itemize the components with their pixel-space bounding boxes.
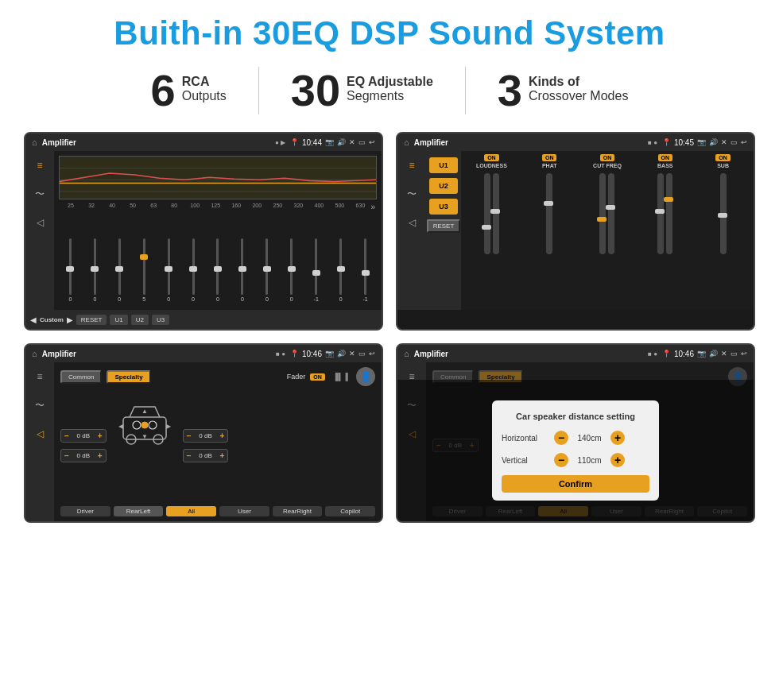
sliders-row: 0 0 0 5 0 0 0 0 0 0 -1 0 -1: [59, 214, 377, 305]
eq-slider-12[interactable]: 0: [329, 238, 352, 302]
db2-minus-btn[interactable]: −: [64, 451, 69, 460]
home-icon[interactable]: ⌂: [32, 137, 37, 147]
right-db-controls: − 0 dB + − 0 dB +: [183, 391, 229, 500]
wave-icon-3[interactable]: 〜: [30, 397, 49, 413]
bass-slider-g[interactable]: [666, 173, 672, 254]
eq-slider-6[interactable]: 0: [182, 238, 205, 302]
screen-eq: ⌂ Amplifier ● ▶ 📍 10:44 📷 🔊 ✕ ▭ ↩ ≡ 〜 ◁: [24, 132, 383, 331]
freq-200: 200: [246, 203, 267, 211]
svg-text:▲: ▲: [141, 408, 148, 415]
eq-slider-8[interactable]: 0: [231, 238, 254, 302]
home-icon-2[interactable]: ⌂: [404, 137, 409, 147]
eq-icon-2[interactable]: ≡: [402, 157, 421, 173]
back-icon-2[interactable]: ↩: [741, 138, 747, 146]
car-svg: ▲ ▼ ◀ ▶: [117, 397, 172, 449]
screen4-time: 10:46: [674, 350, 694, 358]
all-btn[interactable]: All: [166, 506, 216, 516]
svg-point-7: [149, 421, 157, 429]
driver-btn[interactable]: Driver: [60, 506, 110, 516]
bass-slider-f[interactable]: [657, 173, 664, 254]
db2-plus-btn[interactable]: +: [98, 451, 103, 460]
eq-icon[interactable]: ≡: [30, 157, 49, 173]
prev-btn[interactable]: ◀: [30, 315, 37, 324]
db-control-2: − 0 dB +: [60, 449, 107, 462]
u1-button[interactable]: U1: [429, 157, 458, 173]
screen4-dots: ■ ●: [648, 350, 657, 358]
speaker-icon[interactable]: ◁: [30, 215, 49, 230]
svg-text:▼: ▼: [141, 433, 148, 440]
fader-controls-area: − 0 dB + − 0 dB +: [60, 391, 375, 500]
loudness-slider-2[interactable]: [493, 173, 499, 254]
wave-icon[interactable]: 〜: [30, 186, 49, 202]
back-icon-4[interactable]: ↩: [741, 350, 747, 358]
speaker-icon-3[interactable]: ◁: [30, 426, 49, 442]
cutfreq-slider-g[interactable]: [608, 173, 614, 254]
u2-button[interactable]: U2: [429, 178, 458, 194]
eq-slider-2[interactable]: 0: [83, 238, 107, 302]
loudness-slider-1[interactable]: [484, 173, 490, 254]
home-icon-3[interactable]: ⌂: [32, 349, 37, 358]
svg-point-8: [141, 422, 148, 428]
sub-channel: ON SUB: [696, 154, 750, 307]
back-icon-3[interactable]: ↩: [369, 350, 375, 358]
screen4-bg-content: ≡ 〜 ◁ Common Specialty 👤 −: [397, 362, 754, 521]
wave-icon-2[interactable]: 〜: [402, 186, 421, 202]
screen2-reset-btn[interactable]: RESET: [427, 219, 461, 233]
db3-plus-btn[interactable]: +: [220, 431, 225, 440]
eq-slider-7[interactable]: 0: [207, 238, 230, 302]
u3-btn[interactable]: U3: [152, 315, 169, 325]
db4-minus-btn[interactable]: −: [187, 451, 192, 460]
sub-slider[interactable]: [720, 173, 727, 254]
screen1-sidebar: ≡ 〜 ◁: [25, 151, 54, 310]
horizontal-plus-btn[interactable]: +: [610, 431, 625, 445]
eq-slider-1[interactable]: 0: [59, 238, 82, 302]
u1-btn[interactable]: U1: [110, 315, 127, 325]
location-icon-4: 📍: [662, 350, 671, 358]
eq-slider-4[interactable]: 5: [133, 238, 156, 302]
speaker-icon-2[interactable]: ◁: [402, 215, 421, 230]
eq-slider-13[interactable]: -1: [354, 238, 377, 302]
rearright-btn[interactable]: RearRight: [273, 506, 323, 516]
screen1-content: ≡ 〜 ◁: [25, 151, 382, 310]
stat-eq-label: EQ Adjustable Segments: [347, 68, 433, 103]
vertical-minus-btn[interactable]: −: [554, 453, 568, 467]
eq-icon-3[interactable]: ≡: [30, 369, 49, 385]
rearleft-btn[interactable]: RearLeft: [114, 506, 164, 516]
common-tab[interactable]: Common: [60, 370, 102, 384]
db4-plus-btn[interactable]: +: [220, 451, 225, 460]
u3-button[interactable]: U3: [429, 199, 458, 215]
copilot-btn[interactable]: Copilot: [325, 506, 375, 516]
vertical-plus-btn[interactable]: +: [610, 453, 625, 467]
horizontal-minus-btn[interactable]: −: [554, 431, 568, 445]
minimize-icon: ▭: [358, 138, 366, 146]
specialty-tab[interactable]: Specialty: [107, 370, 150, 384]
phat-slider[interactable]: [546, 173, 552, 254]
eq-slider-10[interactable]: 0: [280, 238, 303, 302]
loudness-channel: ON LOUDNESS: [464, 154, 519, 307]
cutfreq-slider-f[interactable]: [599, 173, 606, 254]
eq-slider-5[interactable]: 0: [157, 238, 180, 302]
screens-grid: ⌂ Amplifier ● ▶ 📍 10:44 📷 🔊 ✕ ▭ ↩ ≡ 〜 ◁: [24, 132, 755, 523]
screen4-status-bar: ⌂ Amplifier ■ ● 📍 10:46 📷 🔊 ✕ ▭ ↩: [397, 345, 754, 362]
minimize-icon-4: ▭: [731, 350, 738, 358]
car-diagram: ▲ ▼ ◀ ▶: [113, 391, 176, 454]
confirm-button[interactable]: Confirm: [502, 475, 649, 493]
db3-minus-btn[interactable]: −: [187, 431, 192, 440]
eq-graph: [59, 156, 377, 199]
db1-minus-btn[interactable]: −: [64, 431, 69, 440]
u-buttons-panel: U1 U2 U3 RESET: [426, 151, 461, 310]
location-icon: 📍: [290, 138, 299, 146]
home-icon-4[interactable]: ⌂: [404, 349, 409, 358]
next-btn[interactable]: ▶: [67, 315, 73, 324]
eq-slider-9[interactable]: 0: [255, 238, 278, 302]
expand-btn[interactable]: »: [370, 203, 375, 211]
eq-slider-3[interactable]: 0: [108, 238, 131, 302]
reset-btn[interactable]: RESET: [76, 315, 107, 325]
u2-btn[interactable]: U2: [131, 315, 149, 325]
user-btn[interactable]: User: [219, 506, 269, 516]
db1-plus-btn[interactable]: +: [98, 431, 103, 440]
volume-icon-2: 🔊: [709, 138, 718, 146]
back-icon[interactable]: ↩: [369, 138, 375, 146]
screen4-title: Amplifier: [414, 350, 643, 358]
eq-slider-11[interactable]: -1: [304, 238, 327, 302]
